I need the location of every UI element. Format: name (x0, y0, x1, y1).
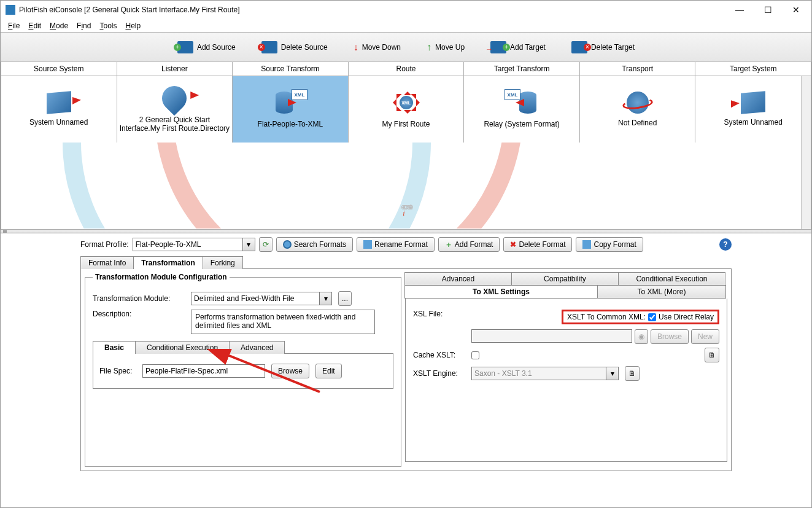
transformation-module-value[interactable] (191, 292, 319, 305)
eye-icon: ◉ (638, 332, 644, 341)
source-system-icon (47, 91, 71, 114)
cache-xslt-checkbox[interactable] (471, 351, 479, 359)
add-source-icon: + (177, 41, 193, 53)
move-up-label: Move Up (435, 43, 465, 52)
delete-source-icon: × (261, 41, 277, 53)
cache-xslt-doc-button[interactable]: 🗎 (705, 348, 719, 362)
delete-source-button[interactable]: × Delete Source (258, 39, 331, 56)
xsl-view-button: ◉ (635, 329, 648, 344)
subtab-basic[interactable]: Basic (93, 341, 136, 354)
file-spec-edit-button[interactable]: Edit (315, 364, 342, 378)
stage-header-transport: Transport (580, 62, 696, 76)
use-direct-relay-checkbox[interactable] (648, 313, 656, 321)
rename-icon (363, 240, 372, 249)
transformation-module-config: Transformation Module Configuration Tran… (85, 273, 401, 467)
stage-target-transform[interactable]: XML Relay (System Format) (464, 76, 580, 143)
add-target-button[interactable]: →+ Add Target (487, 39, 549, 56)
tab-transformation[interactable]: Transformation (133, 256, 203, 269)
move-down-button[interactable]: ↓ Move Down (350, 39, 404, 55)
to-xml-settings-body: XSL File: XSLT To Common XML: Use Direct… (405, 299, 727, 462)
close-button[interactable]: ✕ (782, 1, 810, 19)
xslt-engine-label: XSLT Engine: (413, 369, 465, 378)
search-formats-button[interactable]: Search Formats (276, 237, 353, 252)
xml-badge: XML (292, 89, 307, 100)
add-source-button[interactable]: + Add Source (174, 39, 239, 56)
move-up-button[interactable]: ↑ Move Up (423, 39, 468, 55)
stage-listener[interactable]: 2 General Quick Start Interface.My First… (117, 76, 233, 143)
rtab-to-xml-settings[interactable]: To XML Settings (404, 285, 598, 299)
chevron-down-icon[interactable]: ▾ (319, 292, 331, 305)
stage-header-route: Route (349, 62, 465, 76)
tab-forking[interactable]: Forking (203, 256, 243, 269)
menu-edit[interactable]: Edit (25, 20, 45, 31)
help-icon[interactable]: ? (719, 238, 732, 251)
rtab-compatibility[interactable]: Compatibility (511, 272, 619, 286)
target-system-icon (741, 91, 765, 114)
stage-source-transform[interactable]: XML Flat-People-To-XML (233, 76, 349, 143)
watermark: eiconsole (1, 143, 811, 229)
main-toolbar: + Add Source × Delete Source ↓ Move Down… (1, 33, 811, 62)
minimize-button[interactable]: ― (725, 1, 754, 19)
maximize-button[interactable]: ☐ (754, 1, 782, 19)
subtab-conditional[interactable]: Conditional Execution (135, 341, 230, 354)
stage-target-system[interactable]: System Unnamed (695, 76, 811, 143)
format-profile-combo[interactable]: ▾ (133, 238, 255, 251)
stage-route-label: My First Route (382, 120, 430, 128)
delete-target-label: Delete Target (591, 43, 635, 52)
menu-mode[interactable]: Mode (46, 20, 72, 31)
menu-find[interactable]: Find (73, 20, 95, 31)
format-refresh-button[interactable]: ⟳ (259, 237, 273, 252)
stage-header-listener: Listener (117, 62, 233, 76)
route-icon: XML (392, 90, 421, 115)
add-format-button[interactable]: ＋Add Format (438, 237, 500, 252)
left-tabs: Format Info Transformation Forking (80, 256, 732, 268)
delete-target-button[interactable]: × Delete Target (568, 39, 638, 56)
stage-source-system-label: System Unnamed (29, 118, 88, 127)
transformation-module-combo[interactable]: ▾ (191, 292, 332, 305)
stage-header-source-system: Source System (1, 62, 117, 76)
xslt-engine-doc-button[interactable]: 🗎 (625, 366, 640, 381)
document-icon: 🗎 (708, 351, 716, 359)
app-icon (6, 5, 15, 15)
chevron-down-icon[interactable]: ▾ (242, 238, 255, 251)
add-target-icon: →+ (490, 41, 506, 53)
refresh-icon: ⟳ (263, 240, 269, 249)
rtab-conditional-execution[interactable]: Conditional Execution (618, 272, 725, 286)
transformation-panel: Transformation Module Configuration Tran… (80, 268, 732, 471)
file-spec-browse-button[interactable]: Browse (271, 364, 309, 378)
menu-help[interactable]: Help (122, 20, 144, 31)
cache-xslt-label: Cache XSLT: (413, 351, 465, 359)
rtab-to-xml-more[interactable]: To XML (More) (597, 285, 726, 299)
stage-source-system[interactable]: System Unnamed (1, 76, 117, 143)
titlebar: PilotFish eiConsole [2 General Quick Sta… (1, 1, 811, 19)
source-transform-icon: XML (276, 90, 305, 115)
format-profile-value[interactable] (133, 238, 242, 251)
stage-listener-label: 2 General Quick Start Interface.My First… (120, 115, 230, 133)
stage-route[interactable]: XML My First Route (349, 76, 465, 143)
copy-format-button[interactable]: Copy Format (576, 237, 643, 252)
file-spec-input[interactable] (142, 364, 265, 378)
module-ellipsis-button[interactable]: ... (338, 291, 352, 306)
tab-format-info[interactable]: Format Info (80, 256, 134, 269)
stage-transport[interactable]: Not Defined (580, 76, 696, 143)
menu-tools[interactable]: Tools (96, 20, 120, 31)
menubar: File Edit Mode Find Tools Help (1, 19, 811, 33)
stage-headers: Source System Listener Source Transform … (1, 62, 811, 76)
subtab-advanced[interactable]: Advanced (229, 341, 285, 354)
xsl-new-button: New (691, 329, 719, 344)
stage-scrollbar[interactable] (801, 76, 811, 229)
add-target-label: Add Target (510, 43, 546, 52)
xslt-direct-relay-highlight: XSLT To Common XML: Use Direct Relay (562, 310, 719, 324)
rtab-advanced[interactable]: Advanced (404, 272, 512, 286)
delete-icon: ✖ (510, 240, 516, 249)
stage-target-transform-label: Relay (System Format) (484, 120, 559, 128)
format-profile-row: Format Profile: ▾ ⟳ Search Formats Renam… (80, 237, 732, 252)
stage-area: System Unnamed 2 General Quick Start Int… (1, 76, 811, 230)
lower-panel: Format Profile: ▾ ⟳ Search Formats Renam… (1, 233, 811, 477)
plus-icon: ＋ (445, 240, 452, 250)
transport-icon (627, 92, 649, 114)
xsl-file-path-input (471, 329, 632, 343)
menu-file[interactable]: File (4, 20, 23, 31)
delete-format-button[interactable]: ✖Delete Format (503, 237, 572, 252)
rename-format-button[interactable]: Rename Format (357, 237, 435, 252)
